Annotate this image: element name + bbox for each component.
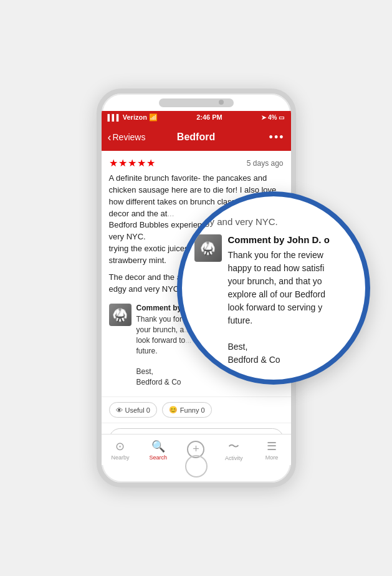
- star-1: ★: [109, 157, 118, 169]
- mag-top-text: edgy and very NYC.: [194, 215, 353, 228]
- location-icon: ➤: [261, 114, 266, 121]
- wifi-icon: 📶: [149, 113, 158, 122]
- comment-avatar: 🥋: [109, 304, 131, 326]
- status-time: 2:46 PM: [196, 113, 222, 121]
- status-left: ▌▌▌ Verizon 📶: [108, 113, 158, 122]
- nearby-label: Nearby: [111, 454, 129, 461]
- funny-icon: 😊: [169, 406, 178, 414]
- review-header: ★ ★ ★ ★ ★ 5 days ago: [109, 157, 284, 169]
- back-arrow-icon: ‹: [108, 131, 112, 144]
- mag-avatar-figure: 🥋: [194, 234, 222, 262]
- status-right: ➤ 4% ▭: [261, 114, 284, 121]
- funny-button[interactable]: 😊 Funny 0: [162, 402, 212, 418]
- mag-comment-row: 🥋 Comment by John D. o Thank you for the…: [194, 234, 353, 367]
- more-label: More: [265, 454, 279, 461]
- carrier-label: Verizon: [123, 113, 147, 121]
- nearby-icon: ⊙: [115, 439, 125, 453]
- mag-author: Comment by John D. o: [228, 234, 353, 245]
- activity-icon: 〜: [228, 439, 239, 454]
- phone-camera: [219, 100, 224, 105]
- more-button[interactable]: •••: [269, 131, 285, 144]
- useful-label: Useful 0: [125, 406, 150, 414]
- action-buttons: 👁 Useful 0 😊 Funny 0: [102, 396, 291, 423]
- phone-wrapper: ▌▌▌ Verizon 📶 2:46 PM ➤ 4% ▭ ‹ Reviews B…: [97, 89, 296, 487]
- tab-activity[interactable]: 〜 Activity: [215, 434, 253, 465]
- mag-sign-1: Best,: [228, 342, 248, 352]
- review-date: 5 days ago: [247, 159, 284, 168]
- tab-search[interactable]: 🔍 Search: [139, 434, 177, 465]
- home-button[interactable]: [185, 455, 208, 478]
- star-3: ★: [128, 157, 136, 169]
- mag-text: Thank you for the review happy to read h…: [228, 249, 353, 367]
- avatar-figure: 🥋: [109, 304, 131, 326]
- nav-title: Bedford: [177, 132, 215, 143]
- activity-label: Activity: [225, 455, 243, 461]
- nav-bar: ‹ Reviews Bedford •••: [102, 123, 291, 151]
- star-2: ★: [118, 157, 127, 169]
- magnifier-content: edgy and very NYC. 🥋 Comment by John D. …: [182, 196, 365, 380]
- back-button[interactable]: ‹ Reviews: [108, 131, 146, 144]
- star-rating: ★ ★ ★ ★ ★: [109, 157, 155, 169]
- battery-icon: ▭: [279, 114, 284, 121]
- magnifier-circle: edgy and very NYC. 🥋 Comment by John D. …: [177, 191, 370, 385]
- battery-percent: 4%: [268, 114, 277, 121]
- mag-avatar: 🥋: [194, 234, 222, 262]
- mag-comment-body: Comment by John D. o Thank you for the r…: [228, 234, 353, 367]
- star-4: ★: [137, 157, 146, 169]
- star-5: ★: [146, 157, 155, 169]
- search-label: Search: [149, 454, 167, 461]
- signal-icon: ▌▌▌: [108, 114, 121, 121]
- status-bar: ▌▌▌ Verizon 📶 2:46 PM ➤ 4% ▭: [102, 111, 291, 123]
- tab-nearby[interactable]: ⊙ Nearby: [102, 434, 140, 465]
- useful-icon: 👁: [116, 406, 123, 414]
- mag-sign-2: Bedford & Co: [228, 355, 280, 365]
- funny-label: Funny 0: [180, 406, 205, 414]
- more-icon: ☰: [267, 439, 277, 453]
- back-label: Reviews: [113, 132, 146, 142]
- search-icon: 🔍: [151, 439, 165, 453]
- useful-button[interactable]: 👁 Useful 0: [109, 402, 157, 418]
- tab-more[interactable]: ☰ More: [253, 434, 291, 465]
